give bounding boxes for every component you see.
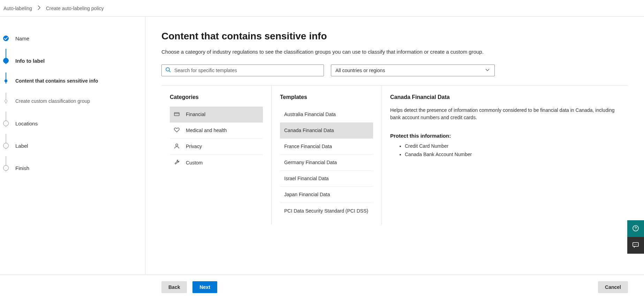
question-icon xyxy=(632,225,639,233)
help-button[interactable] xyxy=(627,220,644,237)
category-label: Privacy xyxy=(186,144,202,149)
templates-column: Templates Australia Financial Data Canad… xyxy=(272,86,382,225)
current-step-icon xyxy=(3,58,9,63)
template-item[interactable]: Japan Financial Data xyxy=(280,187,373,203)
protect-list: Credit Card Number Canada Bank Account N… xyxy=(390,142,620,159)
step-label[interactable]: Label xyxy=(3,138,142,153)
template-label: Germany Financial Data xyxy=(284,160,337,165)
back-button[interactable]: Back xyxy=(161,281,187,293)
cancel-button[interactable]: Cancel xyxy=(598,281,628,293)
template-item[interactable]: Canada Financial Data xyxy=(280,123,373,139)
category-medical[interactable]: Medical and health xyxy=(170,123,263,139)
step-finish[interactable]: Finish xyxy=(3,160,142,176)
step-label: Info to label xyxy=(15,58,45,64)
svg-point-0 xyxy=(166,68,169,71)
step-locations[interactable]: Locations xyxy=(3,116,142,131)
category-privacy[interactable]: Privacy xyxy=(170,139,263,155)
side-action-buttons xyxy=(627,220,644,254)
step-label: Content that contains sensitive info xyxy=(15,78,98,84)
step-label: Label xyxy=(15,143,28,149)
svg-point-7 xyxy=(635,244,636,245)
svg-rect-1 xyxy=(174,113,179,116)
categories-heading: Categories xyxy=(170,94,263,100)
breadcrumb: Auto-labeling Create auto-labeling polic… xyxy=(0,0,644,17)
wrench-icon xyxy=(174,159,180,166)
step-info-to-label[interactable]: Info to label xyxy=(3,53,142,68)
feedback-button[interactable] xyxy=(627,237,644,254)
feedback-icon xyxy=(632,242,639,250)
template-item[interactable]: Israel Financial Data xyxy=(280,171,373,187)
categories-column: Categories Financial Medical and health xyxy=(161,86,272,225)
chevron-down-icon xyxy=(485,67,490,74)
step-label: Create custom classification group xyxy=(15,98,90,104)
template-item[interactable]: PCI Data Security Standard (PCI DSS) xyxy=(280,203,373,219)
detail-column: Canada Financial Data Helps detect the p… xyxy=(382,86,628,225)
step-label: Name xyxy=(15,36,29,41)
template-label: Israel Financial Data xyxy=(284,176,329,181)
protect-item: Canada Bank Account Number xyxy=(405,151,620,159)
credit-card-icon xyxy=(174,111,180,118)
substep-dot-icon xyxy=(5,100,7,102)
wizard-footer: Back Next Cancel xyxy=(0,275,644,299)
next-button[interactable]: Next xyxy=(192,281,217,293)
svg-point-8 xyxy=(636,244,637,245)
svg-point-4 xyxy=(635,229,636,230)
category-custom[interactable]: Custom xyxy=(170,155,263,171)
substep-sensitive-info[interactable]: Content that contains sensitive info xyxy=(3,73,142,89)
breadcrumb-current: Create auto-labeling policy xyxy=(46,6,104,11)
wizard-stepper: Name Info to label Content that contains… xyxy=(0,17,145,274)
page-title: Content that contains sensitive info xyxy=(161,31,628,42)
template-item[interactable]: Germany Financial Data xyxy=(280,155,373,171)
template-label: Japan Financial Data xyxy=(284,192,330,197)
template-label: PCI Data Security Standard (PCI DSS) xyxy=(284,208,368,214)
step-label: Finish xyxy=(15,165,29,171)
pending-step-icon xyxy=(3,121,9,126)
substep-dot-icon xyxy=(5,79,7,82)
template-search[interactable] xyxy=(161,64,324,76)
template-label: Canada Financial Data xyxy=(284,128,334,133)
svg-point-2 xyxy=(176,144,178,146)
person-icon xyxy=(174,143,180,150)
check-icon xyxy=(3,36,9,41)
pending-step-icon xyxy=(3,165,9,171)
category-label: Financial xyxy=(186,112,205,117)
template-label: Australia Financial Data xyxy=(284,112,336,117)
detail-title: Canada Financial Data xyxy=(390,94,620,100)
pending-step-icon xyxy=(3,143,9,148)
search-icon xyxy=(165,67,171,74)
region-dropdown[interactable]: All countries or regions xyxy=(331,64,495,76)
template-item[interactable]: Australia Financial Data xyxy=(280,107,373,123)
template-label: France Financial Data xyxy=(284,144,332,149)
dropdown-value: All countries or regions xyxy=(335,68,385,73)
substep-custom-group[interactable]: Create custom classification group xyxy=(3,93,142,109)
template-item[interactable]: France Financial Data xyxy=(280,139,373,155)
breadcrumb-parent[interactable]: Auto-labeling xyxy=(3,6,32,11)
main-content: Content that contains sensitive info Cho… xyxy=(145,17,644,274)
category-label: Medical and health xyxy=(186,128,227,133)
templates-heading: Templates xyxy=(280,94,373,100)
category-financial[interactable]: Financial xyxy=(170,107,263,123)
page-description: Choose a category of industry regulation… xyxy=(161,48,510,56)
category-label: Custom xyxy=(186,160,203,166)
detail-description: Helps detect the presence of information… xyxy=(390,107,620,122)
protect-item: Credit Card Number xyxy=(405,142,620,151)
svg-point-6 xyxy=(634,244,635,245)
search-input[interactable] xyxy=(174,68,320,73)
heart-icon xyxy=(174,127,180,134)
protect-heading: Protect this information: xyxy=(390,133,620,139)
step-label: Locations xyxy=(15,121,38,127)
step-name[interactable]: Name xyxy=(3,31,142,46)
chevron-right-icon xyxy=(36,5,42,12)
